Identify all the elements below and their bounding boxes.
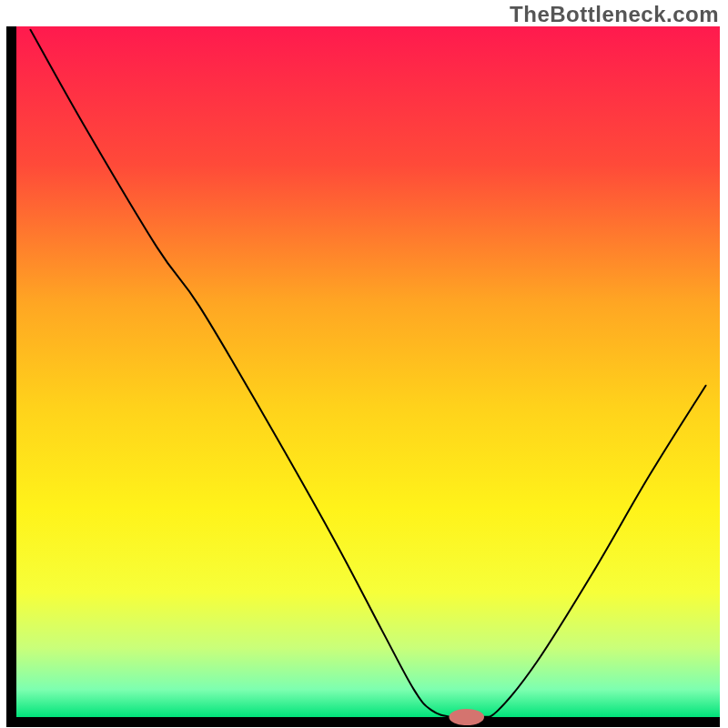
chart-container: TheBottleneck.com (0, 0, 728, 728)
bottleneck-chart (0, 0, 728, 728)
axis-bottom (6, 717, 720, 727)
optimal-marker (449, 709, 484, 725)
axis-left (6, 26, 16, 727)
watermark-text: TheBottleneck.com (510, 2, 719, 27)
plot-background (16, 26, 720, 717)
